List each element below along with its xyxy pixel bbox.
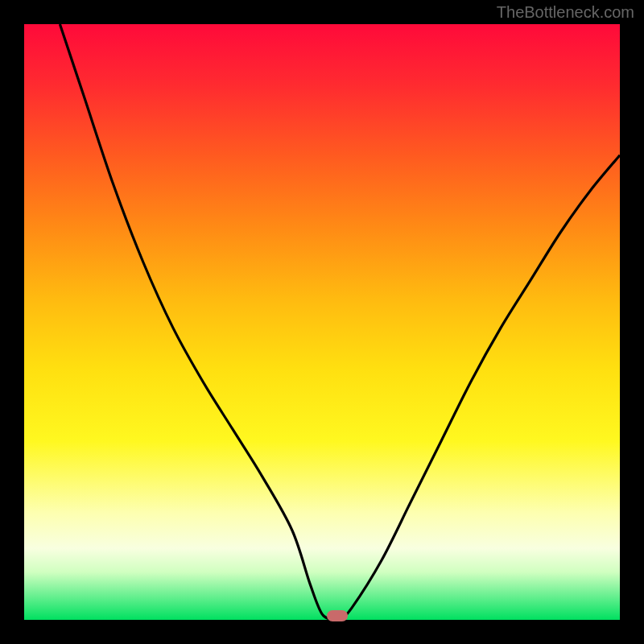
bottleneck-curve: [24, 24, 620, 620]
optimum-marker: [327, 610, 348, 621]
chart-plot-area: [24, 24, 620, 620]
attribution-label: TheBottleneck.com: [497, 3, 634, 22]
